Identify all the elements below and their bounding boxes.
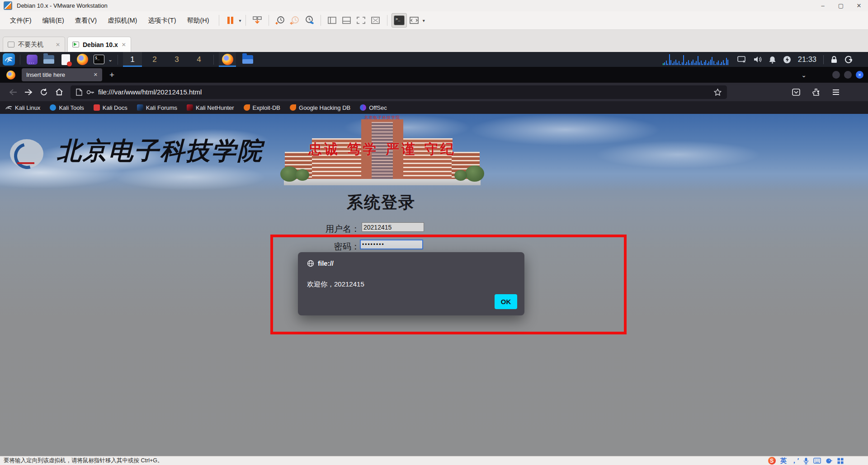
file-manager-launcher[interactable] bbox=[42, 52, 56, 67]
school-motto: 忠诚 笃学 严谨 守纪 bbox=[279, 140, 485, 159]
window-title: Debian 10.x - VMware Workstation bbox=[17, 2, 108, 9]
toolbox-grid-icon[interactable] bbox=[837, 458, 844, 464]
vm-tab-noshutdown[interactable]: 不要关机 ✕ bbox=[3, 37, 65, 52]
menu-edit[interactable]: 编辑(E) bbox=[37, 11, 70, 29]
bookmark-kali-docs[interactable]: Kali Docs bbox=[94, 104, 127, 111]
extensions-button[interactable] bbox=[808, 85, 824, 99]
screenshot-tool-icon[interactable] bbox=[737, 56, 746, 63]
snapshot-manager-button[interactable] bbox=[302, 14, 316, 27]
list-all-tabs-button[interactable]: ⌄ bbox=[801, 71, 807, 79]
browser-close-button[interactable]: ✕ bbox=[856, 71, 863, 79]
clock[interactable]: 21:33 bbox=[798, 55, 816, 64]
forward-button[interactable] bbox=[21, 85, 36, 99]
pause-dropdown-caret[interactable]: ▾ bbox=[239, 18, 241, 23]
kali-docs-icon bbox=[94, 104, 100, 111]
fit-guest-button[interactable] bbox=[354, 14, 368, 27]
browser-minimize-button[interactable] bbox=[832, 71, 840, 79]
menu-view[interactable]: 查看(V) bbox=[70, 11, 102, 29]
show-sidebar-button[interactable] bbox=[325, 14, 340, 27]
vm-tab-close-icon[interactable]: ✕ bbox=[122, 42, 126, 48]
taskbar-files-window[interactable] bbox=[239, 52, 256, 67]
terminal-icon: $_ bbox=[94, 55, 104, 64]
workspace-2[interactable]: 2 bbox=[145, 52, 164, 67]
bookmark-google-hacking-db[interactable]: Google Hacking DB bbox=[290, 104, 350, 111]
bookmark-kali-forums[interactable]: Kali Forums bbox=[137, 104, 177, 111]
revert-snapshot-button[interactable] bbox=[288, 14, 302, 27]
whisker-menu-button[interactable] bbox=[25, 52, 39, 67]
vmware-logo-icon bbox=[4, 1, 12, 10]
hamburger-menu-icon bbox=[832, 89, 840, 95]
url-bar[interactable]: file:///var/www/html/20212415.html bbox=[71, 85, 727, 99]
new-tab-button[interactable]: + bbox=[109, 70, 114, 80]
back-button[interactable] bbox=[5, 85, 21, 99]
take-snapshot-button[interactable] bbox=[273, 14, 288, 27]
firefox-navbar: file:///var/www/html/20212415.html bbox=[0, 83, 868, 101]
punctuation-mode-icon[interactable]: ，′ bbox=[791, 457, 799, 465]
input-language-indicator[interactable]: 英 bbox=[780, 457, 787, 465]
bookmark-offsec[interactable]: OffSec bbox=[360, 104, 387, 111]
show-console-pane-button[interactable] bbox=[340, 14, 354, 27]
minimize-button[interactable]: – bbox=[814, 0, 832, 11]
workspace-4[interactable]: 4 bbox=[189, 52, 208, 67]
vm-tab-strip: 不要关机 ✕ Debian 10.x ✕ bbox=[0, 30, 868, 52]
bird-icon[interactable] bbox=[826, 458, 833, 464]
pocket-button[interactable] bbox=[788, 85, 804, 99]
menu-help[interactable]: 帮助(H) bbox=[181, 11, 214, 29]
vm-running-icon bbox=[72, 42, 79, 47]
cpu-graph[interactable] bbox=[663, 54, 731, 65]
browser-maximize-button[interactable] bbox=[844, 71, 852, 79]
sogou-logo-icon[interactable]: S bbox=[768, 457, 776, 465]
keyboard-icon[interactable] bbox=[813, 458, 821, 464]
free-stretch-button[interactable] bbox=[368, 14, 383, 27]
menu-file[interactable]: 文件(F) bbox=[5, 11, 37, 29]
globe-icon bbox=[307, 260, 314, 267]
sogou-input-tray: S 英 ，′ bbox=[768, 457, 864, 465]
logout-icon[interactable] bbox=[844, 56, 853, 64]
fullscreen-dropdown-caret[interactable]: ▾ bbox=[423, 18, 425, 23]
home-icon bbox=[55, 88, 63, 96]
exploit-db-icon bbox=[244, 104, 250, 111]
microphone-icon[interactable] bbox=[803, 457, 809, 465]
terminal-launcher[interactable]: $_ bbox=[92, 52, 106, 67]
bookmark-kali-nethunter[interactable]: Kali NetHunter bbox=[187, 104, 234, 111]
home-button[interactable] bbox=[52, 85, 67, 99]
vm-tab-close-icon[interactable]: ✕ bbox=[56, 42, 60, 48]
google-hacking-db-icon bbox=[290, 104, 296, 111]
bookmark-star-icon[interactable] bbox=[714, 89, 722, 96]
ok-button[interactable]: OK bbox=[495, 294, 517, 309]
browser-tab[interactable]: Insert title here ✕ bbox=[22, 68, 102, 81]
notifications-bell-icon[interactable] bbox=[769, 56, 776, 64]
volume-icon[interactable] bbox=[753, 56, 762, 63]
username-input[interactable] bbox=[362, 222, 424, 232]
reload-button[interactable] bbox=[36, 85, 52, 99]
tab-title: Insert title here bbox=[26, 71, 94, 78]
campus-building-image: 北京电子科技学院 忠诚 笃学 严谨 守纪 bbox=[279, 114, 485, 185]
menu-tabs[interactable]: 选项卡(T) bbox=[142, 11, 181, 29]
fullscreen-button[interactable] bbox=[407, 14, 421, 27]
send-ctrl-alt-del-button[interactable] bbox=[250, 14, 264, 27]
dialog-message: 欢迎你，20212415 bbox=[307, 280, 364, 289]
power-manager-icon[interactable] bbox=[783, 56, 791, 64]
bookmark-kali-tools[interactable]: Kali Tools bbox=[50, 104, 84, 111]
workspace-3[interactable]: 3 bbox=[167, 52, 186, 67]
vmware-statusbar: 要将输入定向到该虚拟机，请将鼠标指针移入其中或按 Ctrl+G。 S 英 ，′ bbox=[0, 456, 868, 465]
maximize-button[interactable]: ▢ bbox=[832, 0, 850, 11]
close-button[interactable]: ✕ bbox=[850, 0, 868, 11]
taskbar-firefox-window[interactable] bbox=[219, 52, 236, 67]
fullscreen-icon bbox=[410, 17, 419, 24]
open-terminal-button[interactable]: >_ bbox=[392, 13, 407, 28]
workspace-1[interactable]: 1 bbox=[123, 52, 142, 67]
vm-tab-debian[interactable]: Debian 10.x ✕ bbox=[67, 37, 131, 52]
bookmark-exploit-db[interactable]: Exploit-DB bbox=[244, 104, 280, 111]
firefox-launcher[interactable] bbox=[75, 52, 89, 67]
lock-screen-icon[interactable] bbox=[830, 56, 838, 64]
launcher-dropdown-caret[interactable]: ⌄ bbox=[108, 56, 113, 63]
app-menu-button[interactable] bbox=[828, 85, 844, 99]
text-editor-launcher[interactable] bbox=[59, 52, 72, 67]
terminal-icon: >_ bbox=[394, 15, 405, 25]
tab-close-icon[interactable]: ✕ bbox=[94, 72, 98, 78]
pause-vm-button[interactable] bbox=[223, 14, 238, 27]
menu-vm[interactable]: 虚拟机(M) bbox=[102, 11, 142, 29]
bookmark-kali-linux[interactable]: Kali Linux bbox=[5, 104, 40, 111]
kali-menu-button[interactable] bbox=[3, 53, 15, 66]
